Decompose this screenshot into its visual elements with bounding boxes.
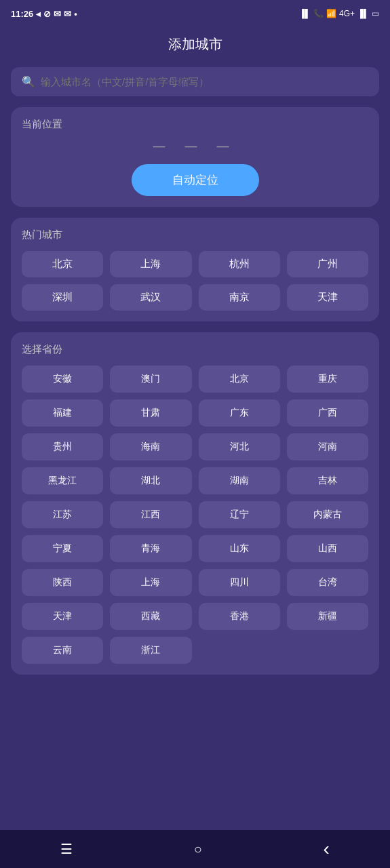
province-button[interactable]: 西藏: [110, 603, 191, 630]
province-button[interactable]: 甘肃: [110, 399, 191, 427]
mail-icon: ✉: [54, 9, 61, 19]
time-display: 11:26: [11, 9, 33, 19]
province-button[interactable]: 内蒙古: [287, 501, 368, 528]
back-button[interactable]: ‹: [303, 833, 349, 865]
provinces-card: 选择省份 安徽澳门北京重庆福建甘肃广东广西贵州海南河北河南黑龙江湖北湖南吉林江苏…: [11, 332, 379, 675]
status-right: ▐▌ 📞 📶 4G+ ▐▌ ▭: [299, 9, 379, 18]
bottom-nav: ☰ ○ ‹: [0, 830, 390, 868]
auto-locate-button[interactable]: 自动定位: [132, 164, 259, 196]
province-button[interactable]: 湖北: [110, 467, 191, 494]
hot-city-button[interactable]: 北京: [22, 251, 103, 277]
hot-cities-title: 热门城市: [22, 229, 368, 241]
status-left: 11:26 ◂ ⊘ ✉ ✉ •: [11, 9, 77, 19]
provinces-title: 选择省份: [22, 343, 368, 356]
province-button[interactable]: 山西: [287, 535, 368, 562]
search-container: 🔍: [11, 67, 379, 96]
scroll-area: 🔍 当前位置 — — — 自动定位 热门城市 北京上海杭州广州深圳武汉南京天津 …: [0, 67, 390, 733]
province-button[interactable]: 广东: [199, 399, 280, 427]
province-button[interactable]: 天津: [22, 603, 103, 630]
province-button[interactable]: 台湾: [287, 569, 368, 596]
province-button[interactable]: 黑龙江: [22, 467, 103, 494]
province-button[interactable]: 河南: [287, 433, 368, 460]
hot-city-button[interactable]: 天津: [287, 284, 368, 311]
province-button[interactable]: 广西: [287, 399, 368, 427]
province-button[interactable]: 浙江: [110, 637, 191, 664]
province-button[interactable]: 陕西: [22, 569, 103, 596]
signal2-icon: ▐▌: [357, 9, 369, 18]
province-button[interactable]: 海南: [110, 433, 191, 460]
province-button[interactable]: 香港: [199, 603, 280, 630]
search-icon: 🔍: [22, 75, 35, 88]
hot-city-button[interactable]: 上海: [110, 251, 191, 277]
province-button[interactable]: 云南: [22, 637, 103, 664]
province-button[interactable]: 新疆: [287, 603, 368, 630]
hot-city-button[interactable]: 武汉: [110, 284, 191, 311]
province-button[interactable]: 北京: [199, 366, 280, 393]
province-button[interactable]: 辽宁: [199, 501, 280, 528]
province-grid: 安徽澳门北京重庆福建甘肃广东广西贵州海南河北河南黑龙江湖北湖南吉林江苏江西辽宁内…: [22, 366, 368, 664]
home-button[interactable]: ○: [174, 836, 222, 863]
mail2-icon: ✉: [64, 9, 71, 19]
wifi-icon: 📶: [326, 9, 336, 18]
province-button[interactable]: 江西: [110, 501, 191, 528]
province-button[interactable]: 福建: [22, 399, 103, 427]
hot-city-button[interactable]: 深圳: [22, 284, 103, 311]
current-location-label: 当前位置: [22, 118, 368, 131]
province-button[interactable]: 吉林: [287, 467, 368, 494]
direction-icon: ◂: [36, 9, 41, 19]
hot-city-button[interactable]: 南京: [199, 284, 280, 311]
province-button[interactable]: 河北: [199, 433, 280, 460]
province-button[interactable]: 四川: [199, 569, 280, 596]
search-input[interactable]: [41, 76, 368, 87]
province-button[interactable]: 安徽: [22, 366, 103, 393]
dot-icon: •: [74, 9, 77, 19]
current-location-card: 当前位置 — — — 自动定位: [11, 107, 379, 207]
province-button[interactable]: 江苏: [22, 501, 103, 528]
province-button[interactable]: 澳门: [110, 366, 191, 393]
signal-icon: ▐▌: [299, 9, 311, 18]
page-title: 添加城市: [0, 24, 390, 67]
menu-button[interactable]: ☰: [40, 835, 93, 863]
hot-city-button[interactable]: 杭州: [199, 251, 280, 277]
battery-icon: ▭: [372, 9, 379, 18]
cancel-icon: ⊘: [43, 9, 51, 19]
hot-cities-grid: 北京上海杭州广州深圳武汉南京天津: [22, 251, 368, 311]
province-button[interactable]: 宁夏: [22, 535, 103, 562]
network-label: 4G+: [339, 9, 355, 18]
province-button[interactable]: 山东: [199, 535, 280, 562]
province-button[interactable]: 贵州: [22, 433, 103, 460]
status-bar: 11:26 ◂ ⊘ ✉ ✉ • ▐▌ 📞 📶 4G+ ▐▌ ▭: [0, 0, 390, 24]
hot-city-button[interactable]: 广州: [287, 251, 368, 277]
call-icon: 📞: [313, 9, 324, 18]
province-button[interactable]: 青海: [110, 535, 191, 562]
location-dashes: — — —: [22, 139, 368, 153]
province-button[interactable]: 重庆: [287, 366, 368, 393]
province-button[interactable]: 湖南: [199, 467, 280, 494]
province-button[interactable]: 上海: [110, 569, 191, 596]
hot-cities-card: 热门城市 北京上海杭州广州深圳武汉南京天津: [11, 218, 379, 321]
